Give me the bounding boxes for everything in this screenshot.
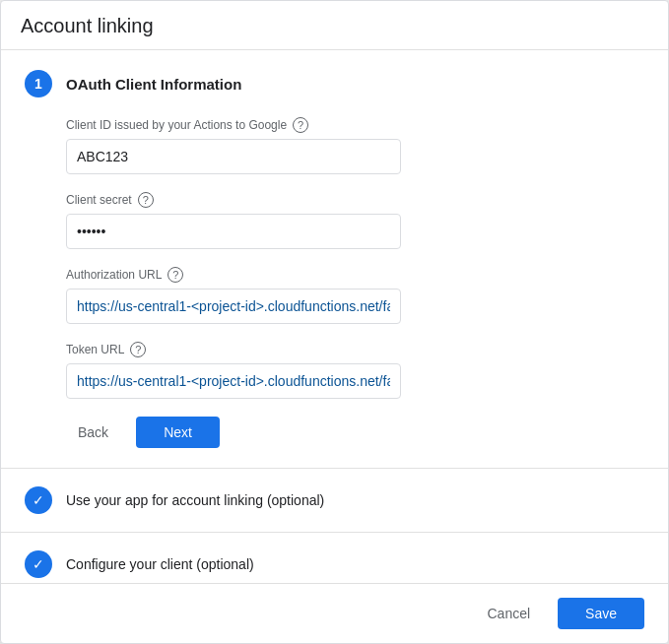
- client-id-group: Client ID issued by your Actions to Goog…: [66, 117, 644, 174]
- account-linking-dialog: Account linking 1 OAuth Client Informati…: [0, 0, 669, 644]
- cancel-button[interactable]: Cancel: [475, 598, 542, 629]
- token-url-group: Token URL ?: [66, 342, 644, 399]
- auth-url-group: Authorization URL ?: [66, 267, 644, 324]
- step1-fields: Client ID issued by your Actions to Goog…: [66, 117, 644, 448]
- save-button[interactable]: Save: [558, 598, 644, 629]
- token-url-label: Token URL ?: [66, 342, 644, 357]
- step1-header: 1 OAuth Client Information: [25, 70, 644, 97]
- client-id-help-icon[interactable]: ?: [293, 117, 308, 133]
- step1-buttons: Back Next: [66, 417, 644, 448]
- dialog-body: 1 OAuth Client Information Client ID iss…: [1, 50, 668, 583]
- step2-label: Use your app for account linking (option…: [66, 492, 324, 508]
- client-id-input[interactable]: [66, 139, 401, 174]
- auth-url-help-icon[interactable]: ?: [167, 267, 183, 283]
- client-secret-group: Client secret ?: [66, 192, 644, 249]
- client-secret-label: Client secret ?: [66, 192, 644, 208]
- next-button[interactable]: Next: [136, 417, 220, 448]
- step1-circle: 1: [25, 70, 52, 97]
- client-secret-help-icon[interactable]: ?: [138, 192, 154, 208]
- dialog-footer: Cancel Save: [1, 583, 668, 643]
- step2-section: ✓ Use your app for account linking (opti…: [1, 469, 668, 533]
- step3-check-icon: ✓: [25, 550, 52, 578]
- token-url-input[interactable]: [66, 363, 401, 399]
- step1-number: 1: [34, 76, 42, 92]
- step3-section: ✓ Configure your client (optional): [1, 533, 668, 583]
- step1-section: 1 OAuth Client Information Client ID iss…: [1, 50, 668, 469]
- dialog-title: Account linking: [21, 15, 648, 37]
- client-secret-input[interactable]: [66, 214, 401, 249]
- step2-check-icon: ✓: [25, 486, 52, 514]
- auth-url-label: Authorization URL ?: [66, 267, 644, 283]
- auth-url-input[interactable]: [66, 289, 401, 324]
- dialog-header: Account linking: [1, 1, 668, 50]
- client-id-label: Client ID issued by your Actions to Goog…: [66, 117, 644, 133]
- back-button[interactable]: Back: [66, 417, 120, 448]
- step3-label: Configure your client (optional): [66, 556, 254, 572]
- step1-title: OAuth Client Information: [66, 76, 241, 93]
- token-url-help-icon[interactable]: ?: [130, 342, 146, 357]
